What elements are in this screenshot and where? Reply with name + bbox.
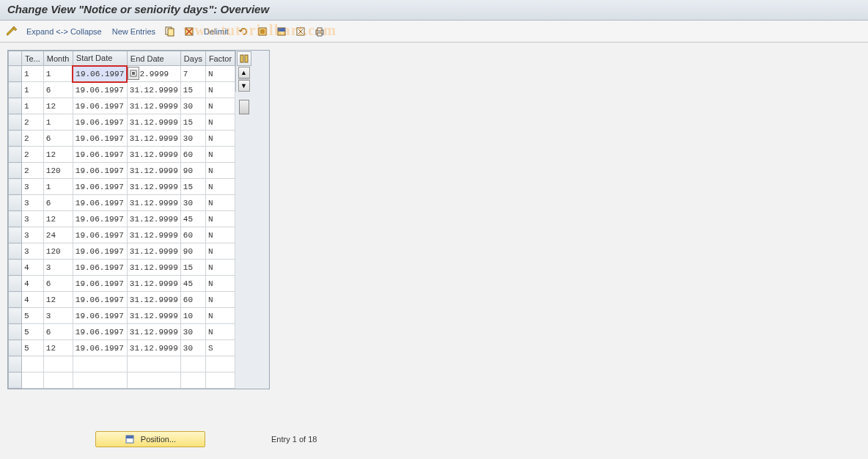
cell-te[interactable]: 1: [22, 82, 44, 98]
cell-days[interactable]: 30: [180, 98, 205, 114]
cell-end[interactable]: 31.12.9999: [127, 179, 180, 195]
cell-start[interactable]: 19.06.1997: [73, 114, 127, 131]
select-all-icon[interactable]: [255, 24, 270, 39]
scroll-up-icon[interactable]: ▲: [238, 67, 250, 78]
cell-end[interactable]: 31.12.9999: [127, 227, 180, 243]
row-selector[interactable]: [9, 340, 22, 356]
row-selector[interactable]: [9, 131, 22, 147]
cell-end[interactable]: 31.12.9999: [127, 131, 180, 147]
cell-end[interactable]: 31.12.9999: [127, 98, 180, 114]
row-selector[interactable]: [9, 98, 22, 114]
cell-factor[interactable]: N: [205, 243, 235, 260]
cell-factor[interactable]: N: [205, 276, 235, 292]
cell-te[interactable]: [22, 356, 44, 372]
cell-factor[interactable]: N: [205, 114, 235, 131]
delimit-link[interactable]: Delimit: [201, 26, 232, 37]
cell-month[interactable]: [43, 356, 73, 372]
cell-factor[interactable]: N: [205, 195, 235, 211]
cell-start[interactable]: 19.06.1997: [73, 66, 127, 82]
cell-start[interactable]: 19.06.1997: [73, 308, 127, 324]
cell-factor[interactable]: N: [205, 66, 235, 82]
cell-start[interactable]: 19.06.1997: [73, 324, 127, 340]
cell-end[interactable]: 31.12.9999: [127, 324, 180, 340]
row-selector[interactable]: [9, 276, 22, 292]
row-selector[interactable]: [9, 147, 22, 163]
scroll-thumb[interactable]: [239, 100, 249, 114]
cell-te[interactable]: 2: [22, 114, 44, 131]
cell-end[interactable]: 31.12.9999: [127, 211, 180, 227]
row-selector[interactable]: [9, 324, 22, 340]
toggle-display-change-icon[interactable]: [4, 24, 19, 39]
cell-end[interactable]: 31.12.9999: [127, 292, 180, 308]
column-header-start-date[interactable]: Start Date: [73, 51, 127, 66]
cell-start[interactable]: 19.06.1997: [73, 163, 127, 179]
row-selector[interactable]: [9, 195, 22, 211]
cell-te[interactable]: 4: [22, 260, 44, 276]
print-icon[interactable]: [312, 24, 327, 39]
cell-days[interactable]: 7: [180, 66, 205, 82]
cell-month[interactable]: 24: [43, 227, 73, 243]
column-header-end-date[interactable]: End Date: [127, 51, 180, 66]
cell-end[interactable]: 31.12.9999: [127, 243, 180, 260]
row-selector[interactable]: [9, 66, 22, 82]
cell-month[interactable]: 12: [43, 147, 73, 163]
row-selector[interactable]: [9, 227, 22, 243]
cell-factor[interactable]: N: [205, 179, 235, 195]
cell-end[interactable]: 31.12.9999: [127, 340, 180, 356]
cell-month[interactable]: 12: [43, 340, 73, 356]
cell-month[interactable]: 6: [43, 82, 73, 98]
cell-days[interactable]: 90: [180, 163, 205, 179]
position-button[interactable]: Position...: [95, 431, 205, 447]
cell-month[interactable]: 12: [43, 98, 73, 114]
copy-icon[interactable]: [163, 24, 177, 39]
column-header-rowselect[interactable]: [9, 51, 22, 66]
cell-end[interactable]: 31.12.9999: [127, 308, 180, 324]
cell-days[interactable]: 45: [180, 211, 205, 227]
row-selector[interactable]: [9, 243, 22, 260]
cell-end[interactable]: [127, 372, 180, 389]
cell-te[interactable]: 2: [22, 131, 44, 147]
cell-te[interactable]: 4: [22, 292, 44, 308]
cell-start[interactable]: 19.06.1997: [73, 260, 127, 276]
cell-days[interactable]: 30: [180, 340, 205, 356]
cell-te[interactable]: 2: [22, 163, 44, 179]
cell-te[interactable]: [22, 372, 44, 389]
row-selector[interactable]: [9, 82, 22, 98]
cell-start[interactable]: 19.06.1997: [73, 227, 127, 243]
cell-days[interactable]: 60: [180, 227, 205, 243]
cell-te[interactable]: 5: [22, 308, 44, 324]
column-header-days[interactable]: Days: [180, 51, 205, 66]
cell-start[interactable]: 19.06.1997: [73, 195, 127, 211]
cell-start[interactable]: 19.06.1997: [73, 292, 127, 308]
row-selector[interactable]: [9, 211, 22, 227]
row-selector[interactable]: [9, 356, 22, 372]
cell-factor[interactable]: N: [205, 82, 235, 98]
cell-days[interactable]: 60: [180, 292, 205, 308]
cell-te[interactable]: 1: [22, 98, 44, 114]
cell-days[interactable]: [180, 356, 205, 372]
undo-icon[interactable]: [236, 24, 251, 39]
cell-days[interactable]: 45: [180, 276, 205, 292]
cell-start[interactable]: 19.06.1997: [73, 131, 127, 147]
cell-te[interactable]: 5: [22, 340, 44, 356]
cell-factor[interactable]: N: [205, 308, 235, 324]
cell-month[interactable]: 6: [43, 276, 73, 292]
cell-te[interactable]: 3: [22, 179, 44, 195]
cell-factor[interactable]: [205, 372, 235, 389]
cell-factor[interactable]: N: [205, 163, 235, 179]
cell-days[interactable]: 30: [180, 324, 205, 340]
row-selector[interactable]: [9, 308, 22, 324]
cell-factor[interactable]: N: [205, 147, 235, 163]
deselect-all-icon[interactable]: [293, 24, 308, 39]
cell-start[interactable]: 19.06.1997: [73, 243, 127, 260]
cell-start[interactable]: 19.06.1997: [73, 179, 127, 195]
cell-month[interactable]: 1: [43, 66, 73, 82]
cell-month[interactable]: 6: [43, 195, 73, 211]
cell-end[interactable]: 31.12.9999: [127, 195, 180, 211]
scroll-track[interactable]: [238, 78, 250, 80]
table-settings-icon[interactable]: [237, 51, 251, 66]
cell-te[interactable]: 3: [22, 195, 44, 211]
cell-month[interactable]: 1: [43, 114, 73, 131]
cell-month[interactable]: [43, 372, 73, 389]
cell-days[interactable]: 60: [180, 147, 205, 163]
